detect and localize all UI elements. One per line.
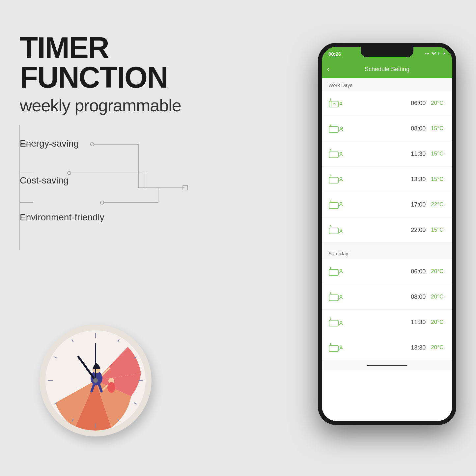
slot-2-icon: 2 [328, 121, 344, 136]
slot-6-icon: 6 [328, 222, 344, 238]
status-icons: ▪▪▪ [425, 51, 446, 56]
sat-item-2[interactable]: 2 08:00 20°C › [322, 284, 452, 310]
main-title: TIMER FUNCTION [20, 33, 224, 92]
svg-point-63 [340, 269, 342, 271]
work-item-1-time: 06:00 [411, 100, 426, 107]
sat-item-4-temp: 20°C › [431, 344, 446, 351]
work-item-2[interactable]: 2 08:00 15°C › [322, 116, 452, 141]
svg-point-51 [340, 152, 342, 154]
sat-item-1-temp: 20°C › [431, 268, 446, 275]
sat-slot-3-icon: 3 [328, 314, 344, 330]
work-item-1[interactable]: 1 06:00 20°C › [322, 91, 452, 116]
svg-rect-58 [329, 228, 338, 234]
sat-item-3[interactable]: 3 11:30 20°C › [322, 310, 452, 335]
svg-text:1: 1 [330, 266, 331, 269]
work-item-3-time: 11:30 [411, 151, 426, 157]
phone-notch [361, 47, 413, 57]
sat-item-2-temp: 20°C › [431, 294, 446, 300]
schedule-content: Work Days 1 06:00 20°C › 2 08:00 [322, 78, 452, 370]
work-days-header: Work Days [322, 78, 452, 91]
phone-screen: 00:26 ▪▪▪ ‹ Schedule Setting [322, 47, 452, 421]
sat-item-1-time: 06:00 [411, 268, 426, 275]
work-item-2-temp: 15°C › [431, 125, 446, 132]
status-time: 00:26 [328, 51, 341, 57]
sat-slot-1-icon: 1 [328, 264, 344, 279]
work-item-4-temp: 15°C › [431, 176, 446, 182]
work-item-4-time: 13:30 [411, 176, 426, 183]
svg-rect-40 [444, 53, 445, 54]
svg-text:3: 3 [330, 149, 331, 152]
work-item-1-temp: 20°C › [431, 100, 446, 106]
work-item-4[interactable]: 4 13:30 15°C › [322, 167, 452, 192]
svg-rect-55 [329, 203, 338, 209]
work-item-2-time: 08:00 [411, 125, 426, 132]
slot-3-icon: 3 [328, 146, 344, 162]
phone-body: 00:26 ▪▪▪ ‹ Schedule Setting [318, 43, 456, 425]
env-label: Environment-friendly [20, 212, 204, 223]
work-item-3[interactable]: 3 11:30 15°C › [322, 141, 452, 167]
sat-item-2-time: 08:00 [411, 294, 426, 300]
svg-point-34 [107, 382, 115, 393]
energy-label: Energy-saving [20, 138, 204, 149]
svg-rect-46 [329, 126, 338, 132]
sat-item-3-time: 11:30 [411, 319, 426, 326]
svg-rect-49 [329, 152, 338, 158]
work-item-6-temp: 15°C › [431, 227, 446, 233]
svg-rect-52 [329, 177, 338, 183]
battery-icon [438, 51, 446, 56]
svg-point-54 [340, 178, 342, 180]
svg-text:6: 6 [330, 225, 331, 228]
svg-text:4: 4 [330, 342, 331, 346]
clock-body [40, 324, 152, 436]
signal-icon: ▪▪▪ [425, 51, 429, 56]
circuit-labels: Energy-saving Cost-saving Environment-fr… [20, 138, 204, 249]
svg-rect-64 [329, 295, 338, 301]
work-item-5-time: 17:00 [411, 201, 426, 208]
svg-point-57 [340, 202, 342, 204]
sat-item-1[interactable]: 1 06:00 20°C › [322, 259, 452, 284]
svg-point-66 [340, 295, 342, 297]
svg-point-38 [93, 378, 98, 383]
slot-5-icon: 5 [328, 197, 344, 212]
main-subtitle: weekly programmable [20, 96, 224, 115]
sat-slot-2-icon: 2 [328, 289, 344, 305]
app-header-title: Schedule Setting [365, 66, 409, 73]
slot-1-icon: 1 [328, 95, 344, 111]
svg-rect-41 [439, 52, 444, 55]
clock-face-svg [45, 330, 146, 431]
back-button[interactable]: ‹ [327, 65, 329, 73]
home-indicator [367, 365, 407, 366]
svg-rect-61 [329, 269, 338, 275]
work-item-5[interactable]: 5 17:00 22°C › [322, 192, 452, 217]
svg-point-72 [340, 346, 342, 348]
sat-item-3-temp: 20°C › [431, 319, 446, 325]
sat-slot-4-icon: 4 [328, 340, 344, 355]
slot-4-icon: 4 [328, 171, 344, 187]
work-item-5-temp: 22°C › [431, 201, 446, 208]
svg-point-48 [341, 127, 343, 129]
bottom-indicator [322, 360, 452, 370]
svg-point-45 [340, 102, 342, 104]
svg-text:2: 2 [330, 292, 331, 295]
cost-label: Cost-saving [20, 175, 204, 186]
app-header: ‹ Schedule Setting [322, 61, 452, 78]
left-section: TIMER FUNCTION weekly programmable [20, 33, 224, 115]
svg-point-60 [340, 229, 342, 231]
svg-text:5: 5 [330, 199, 331, 203]
svg-text:4: 4 [330, 174, 331, 177]
clock-illustration [40, 324, 165, 450]
saturday-header: Saturday [322, 246, 452, 259]
svg-rect-70 [329, 346, 338, 351]
work-item-6-time: 22:00 [411, 227, 426, 234]
work-item-3-temp: 15°C › [431, 151, 446, 157]
sat-item-4-time: 13:30 [411, 344, 426, 351]
work-item-6[interactable]: 6 22:00 15°C › [322, 217, 452, 243]
svg-rect-67 [329, 320, 338, 326]
sat-item-4[interactable]: 4 13:30 20°C › [322, 335, 452, 360]
phone-container: 00:26 ▪▪▪ ‹ Schedule Setting [318, 43, 456, 425]
svg-text:2: 2 [330, 123, 331, 126]
svg-text:3: 3 [330, 317, 331, 320]
wifi-icon [431, 51, 436, 56]
svg-text:1: 1 [330, 98, 331, 101]
svg-point-69 [340, 321, 342, 323]
